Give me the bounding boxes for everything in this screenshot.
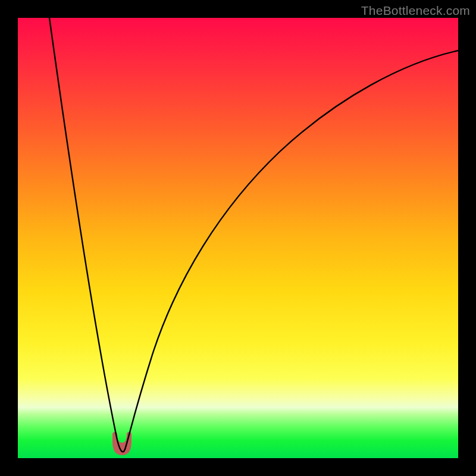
watermark-text: TheBottleneck.com — [361, 4, 470, 18]
plot-area — [18, 18, 458, 458]
chart-frame: TheBottleneck.com — [0, 0, 476, 476]
bottleneck-curve-path — [49, 18, 458, 452]
curve-overlay — [18, 18, 458, 458]
